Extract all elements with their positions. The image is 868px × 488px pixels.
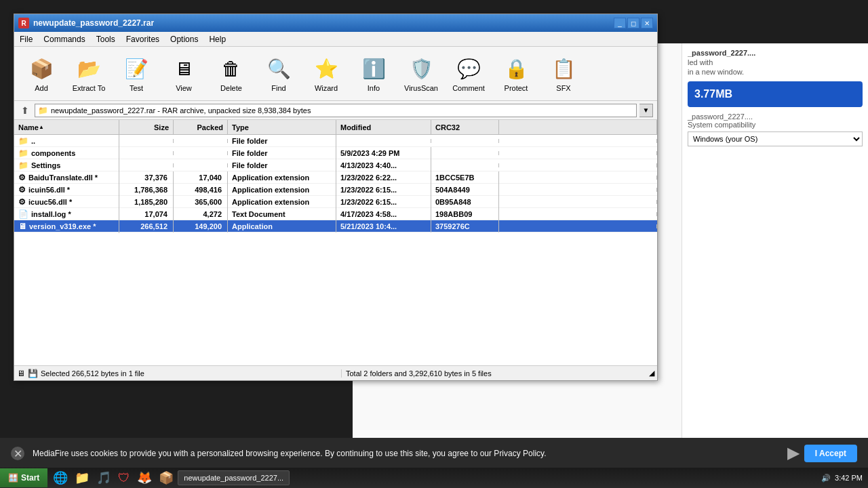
protect-label: Protect	[505, 84, 528, 92]
firefox-icon[interactable]: 🦊	[134, 470, 155, 485]
col-header-name[interactable]: Name	[14, 120, 119, 134]
menu-commands[interactable]: Commands	[38, 33, 90, 45]
menu-options[interactable]: Options	[165, 33, 203, 45]
toolbar-delete[interactable]: 🗑 Delete	[208, 50, 254, 98]
restore-button[interactable]: ◻	[627, 18, 639, 28]
media-icon[interactable]: 🎵	[94, 470, 114, 485]
file-type: File folder	[228, 135, 336, 147]
winrar-taskbar-icon[interactable]: 📦	[156, 470, 176, 485]
titlebar-buttons: _ ◻ ✕	[614, 18, 653, 28]
antivirus-icon[interactable]: 🛡	[115, 471, 133, 485]
file-crc: 3759276C	[431, 220, 499, 232]
menu-help[interactable]: Help	[203, 33, 231, 45]
file-name: ⚙BaiduTranslate.dll *	[14, 171, 119, 184]
table-row[interactable]: 📄install.log * 17,074 4,272 Text Documen…	[14, 208, 657, 220]
resize-handle[interactable]: ◢	[646, 369, 654, 378]
winrar-toolbar: 📦 Add 📂 Extract To 📝 Test 🖥 View 🗑 Delet…	[14, 47, 657, 101]
back-icon[interactable]: ⬆	[18, 104, 32, 117]
rp-filename2: _password_2227.... System compatibility …	[688, 113, 863, 146]
col-header-type[interactable]: Type	[228, 120, 336, 134]
file-size: 1,786,368	[119, 184, 174, 196]
file-name: 📁components	[14, 146, 119, 160]
menu-favorites[interactable]: Favorites	[121, 33, 165, 45]
cookie-close-button[interactable]: ✕	[11, 447, 24, 460]
winrar-file-list: Name Size Packed Type Modified CRC32 📁..…	[14, 120, 657, 365]
wizard-label: Wizard	[315, 84, 338, 92]
file-name: ⚙icuuc56.dll *	[14, 195, 119, 209]
toolbar-find[interactable]: 🔍 Find	[256, 50, 302, 98]
rp-os-select[interactable]: Windows (your OS) macOS Linux	[688, 131, 863, 146]
table-row[interactable]: 📁components File folder 5/9/2023 4:29 PM	[14, 147, 657, 159]
taskbar: 🪟 Start 🌐 📁 🎵 🛡 🦊 📦 newupdate_password_2…	[0, 468, 868, 488]
menu-file[interactable]: File	[14, 33, 38, 45]
cookie-banner: ✕ MediaFire uses cookies to provide you …	[0, 438, 868, 469]
start-icon: 🪟	[8, 473, 18, 483]
rp-filename: _password_2227....	[688, 49, 863, 57]
winrar-menubar: File Commands Tools Favorites Options He…	[14, 32, 657, 47]
view-label: View	[176, 84, 192, 92]
menu-tools[interactable]: Tools	[91, 33, 121, 45]
winrar-title: newupdate_password_2227.rar	[33, 18, 614, 28]
file-crc	[431, 139, 499, 143]
address-dropdown[interactable]: ▼	[639, 104, 653, 117]
col-header-size[interactable]: Size	[119, 120, 174, 134]
file-modified	[336, 139, 431, 143]
minimize-button[interactable]: _	[614, 18, 626, 28]
table-row[interactable]: ⚙icuin56.dll * 1,786,368 498,416 Applica…	[14, 184, 657, 196]
toolbar-protect[interactable]: 🔒 Protect	[493, 50, 539, 98]
add-icon: 📦	[28, 56, 55, 83]
table-row[interactable]: ⚙BaiduTranslate.dll * 37,376 17,040 Appl…	[14, 171, 657, 184]
close-button[interactable]: ✕	[641, 18, 653, 28]
table-row[interactable]: ⚙icuuc56.dll * 1,185,280 365,600 Applica…	[14, 196, 657, 208]
test-icon: 📝	[123, 56, 150, 83]
info-icon: ℹ️	[360, 56, 387, 83]
status-icon-left: 🖥	[17, 369, 25, 378]
col-header-crc[interactable]: CRC32	[431, 120, 499, 134]
col-header-modified[interactable]: Modified	[336, 120, 431, 134]
toolbar-view[interactable]: 🖥 View	[161, 50, 207, 98]
winrar-app-icon: R	[18, 18, 29, 28]
start-button[interactable]: 🪟 Start	[0, 468, 47, 487]
toolbar-test[interactable]: 📝 Test	[113, 50, 159, 98]
taskbar-item-label: newupdate_password_2227...	[184, 474, 283, 482]
extract-to-label: Extract To	[73, 84, 106, 92]
taskbar-winrar-item[interactable]: newupdate_password_2227...	[178, 470, 290, 485]
col-header-packed[interactable]: Packed	[174, 120, 228, 134]
toolbar-virusscan[interactable]: 🛡️ VirusScan	[398, 50, 444, 98]
file-crc	[431, 151, 499, 155]
toolbar-wizard[interactable]: ⭐ Wizard	[303, 50, 349, 98]
file-type: Application extension	[228, 196, 336, 208]
file-type: Application	[228, 220, 336, 232]
file-size: 1,185,280	[119, 196, 174, 208]
start-label: Start	[21, 473, 39, 483]
file-crc: 0B95A848	[431, 196, 499, 208]
toolbar-sfx[interactable]: 📋 SFX	[540, 50, 587, 98]
toolbar-info[interactable]: ℹ️ Info	[351, 50, 397, 98]
toolbar-extract-to[interactable]: 📂 Extract To	[66, 50, 112, 98]
file-size	[119, 163, 174, 167]
file-size	[119, 151, 174, 155]
cookie-accept-button[interactable]: I Accept	[804, 445, 857, 462]
table-row[interactable]: 📁.. File folder	[14, 135, 657, 147]
file-type: File folder	[228, 147, 336, 159]
taskbar-tray: 🔊 3:42 PM	[816, 474, 868, 483]
list-header: Name Size Packed Type Modified CRC32	[14, 120, 657, 135]
file-name: ⚙icuin56.dll *	[14, 183, 119, 197]
ie-icon[interactable]: 🌐	[50, 470, 71, 485]
file-name: 🖥version_v319.exe *	[14, 220, 119, 233]
file-modified: 4/17/2023 4:58...	[336, 208, 431, 220]
winrar-addressbar: ⬆ 📁 newupdate_password_2227.rar - RAR ar…	[14, 101, 657, 120]
file-name: 📄install.log *	[14, 207, 119, 221]
file-modified: 4/13/2023 4:40...	[336, 159, 431, 171]
toolbar-add[interactable]: 📦 Add	[18, 50, 64, 98]
status-selected: Selected 266,512 bytes in 1 file	[41, 369, 338, 378]
file-packed: 4,272	[174, 208, 228, 220]
folder-icon[interactable]: 📁	[72, 470, 92, 485]
table-row[interactable]: 📁Settings File folder 4/13/2023 4:40...	[14, 159, 657, 171]
table-row[interactable]: 🖥version_v319.exe * 266,512 149,200 Appl…	[14, 220, 657, 232]
add-label: Add	[35, 84, 48, 92]
toolbar-comment[interactable]: 💬 Comment	[446, 50, 492, 98]
extract-to-icon: 📂	[75, 56, 102, 83]
file-size: 17,074	[119, 208, 174, 220]
address-input[interactable]: 📁 newupdate_password_2227.rar - RAR arch…	[35, 104, 637, 117]
